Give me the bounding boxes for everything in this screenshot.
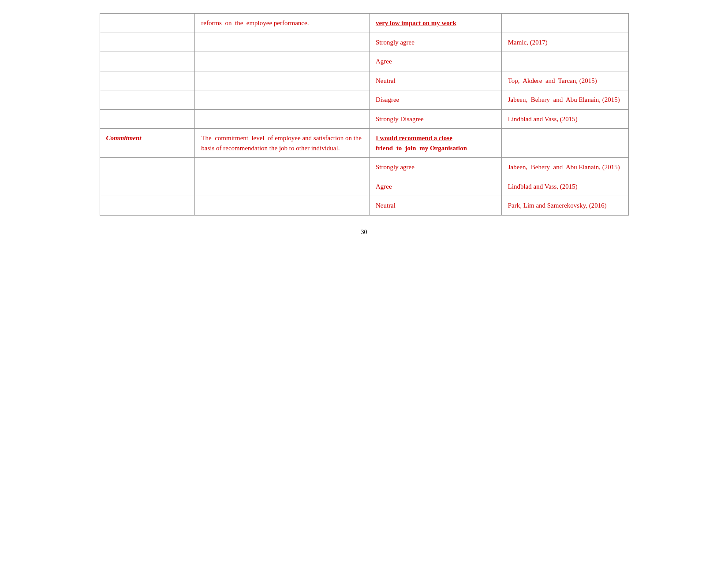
table-row: Commitment The commitment level of emplo… xyxy=(100,129,628,158)
page-wrapper: reforms on the employee performance. ver… xyxy=(100,13,629,236)
cell-col1-r6 xyxy=(100,109,195,129)
cell-col2-r3 xyxy=(195,52,370,71)
cell-col4-r1 xyxy=(501,14,628,33)
table-row: Strongly Disagree Lindblad and Vass, (20… xyxy=(100,109,628,129)
cell-col2-r4 xyxy=(195,71,370,90)
cell-col1-r9 xyxy=(100,177,195,196)
strongly-agree-text-1: Strongly agree xyxy=(376,39,414,46)
cell-col4-lindblad-2: Lindblad and Vass, (2015) xyxy=(501,177,628,196)
jabeen-ref-1: Jabeen, Behery and Abu Elanain, (2015) xyxy=(508,96,620,103)
cell-col2-r10 xyxy=(195,196,370,216)
cell-col3-strongly-disagree: Strongly Disagree xyxy=(369,109,501,129)
cell-col3-neutral-2: Neutral xyxy=(369,196,501,216)
cell-col2-r9 xyxy=(195,177,370,196)
top-akdere-ref: Top, Akdere and Tarcan, (2015) xyxy=(508,77,597,84)
cell-col2-r8 xyxy=(195,158,370,177)
cell-col3-strongly-agree-1: Strongly agree xyxy=(369,33,501,52)
table-row: Neutral Park, Lim and Szmerekovsky, (201… xyxy=(100,196,628,216)
cell-col1-r3 xyxy=(100,52,195,71)
disagree-text-1: Disagree xyxy=(376,96,399,103)
cell-col3-r1-header: very low impact on my work xyxy=(369,14,501,33)
mamic-ref: Mamic, (2017) xyxy=(508,39,548,46)
table-row: Agree xyxy=(100,52,628,71)
cell-col1-r4 xyxy=(100,71,195,90)
table-row: Strongly agree Mamic, (2017) xyxy=(100,33,628,52)
cell-col3-agree-1: Agree xyxy=(369,52,501,71)
table-row: reforms on the employee performance. ver… xyxy=(100,14,628,33)
cell-col1-r8 xyxy=(100,158,195,177)
cell-col3-disagree-1: Disagree xyxy=(369,90,501,110)
strongly-agree-text-2: Strongly agree xyxy=(376,164,414,171)
cell-col3-agree-2: Agree xyxy=(369,177,501,196)
cell-col2-r1: reforms on the employee performance. xyxy=(195,14,370,33)
neutral-text-2: Neutral xyxy=(376,202,396,209)
cell-col4-park: Park, Lim and Szmerekovsky, (2016) xyxy=(501,196,628,216)
cell-col4-r3 xyxy=(501,52,628,71)
cell-col2-r6 xyxy=(195,109,370,129)
cell-col4-jabeen-2: Jabeen, Behery and Abu Elanain, (2015) xyxy=(501,158,628,177)
very-low-impact-header: very low impact on my work xyxy=(376,19,456,26)
jabeen-ref-2: Jabeen, Behery and Abu Elanain, (2015) xyxy=(508,164,620,171)
commitment-label: Commitment xyxy=(106,134,142,141)
cell-col4-mamic: Mamic, (2017) xyxy=(501,33,628,52)
reforms-text: reforms on the employee performance. xyxy=(201,19,309,26)
agree-text-1: Agree xyxy=(376,58,392,65)
lindblad-ref-2: Lindblad and Vass, (2015) xyxy=(508,183,578,190)
table-row: Agree Lindblad and Vass, (2015) xyxy=(100,177,628,196)
cell-col4-jabeen-1: Jabeen, Behery and Abu Elanain, (2015) xyxy=(501,90,628,110)
cell-col4-top-akdere: Top, Akdere and Tarcan, (2015) xyxy=(501,71,628,90)
cell-col3-neutral-1: Neutral xyxy=(369,71,501,90)
table-row: Neutral Top, Akdere and Tarcan, (2015) xyxy=(100,71,628,90)
cell-col4-lindblad-1: Lindblad and Vass, (2015) xyxy=(501,109,628,129)
table-row: Disagree Jabeen, Behery and Abu Elanain,… xyxy=(100,90,628,110)
neutral-text-1: Neutral xyxy=(376,77,396,84)
agree-text-2: Agree xyxy=(376,183,392,190)
table-row: Strongly agree Jabeen, Behery and Abu El… xyxy=(100,158,628,177)
cell-col1-r2 xyxy=(100,33,195,52)
cell-col2-r2 xyxy=(195,33,370,52)
cell-col1-r10 xyxy=(100,196,195,216)
commitment-desc-text: The commitment level of employee and sat… xyxy=(201,134,362,152)
cell-col4-commitment-header xyxy=(501,129,628,158)
page-number: 30 xyxy=(100,229,629,236)
cell-col1-commitment: Commitment xyxy=(100,129,195,158)
strongly-disagree-text: Strongly Disagree xyxy=(376,115,424,123)
cell-col3-strongly-agree-2: Strongly agree xyxy=(369,158,501,177)
park-ref: Park, Lim and Szmerekovsky, (2016) xyxy=(508,202,607,209)
cell-col2-commitment-desc: The commitment level of employee and sat… xyxy=(195,129,370,158)
cell-col3-recommend-header: I would recommend a close friend to join… xyxy=(369,129,501,158)
cell-col1-r5 xyxy=(100,90,195,110)
main-table: reforms on the employee performance. ver… xyxy=(100,13,629,216)
cell-col2-r5 xyxy=(195,90,370,110)
recommend-header: I would recommend a close friend to join… xyxy=(376,134,467,152)
cell-col1-r1 xyxy=(100,14,195,33)
lindblad-ref-1: Lindblad and Vass, (2015) xyxy=(508,115,578,123)
